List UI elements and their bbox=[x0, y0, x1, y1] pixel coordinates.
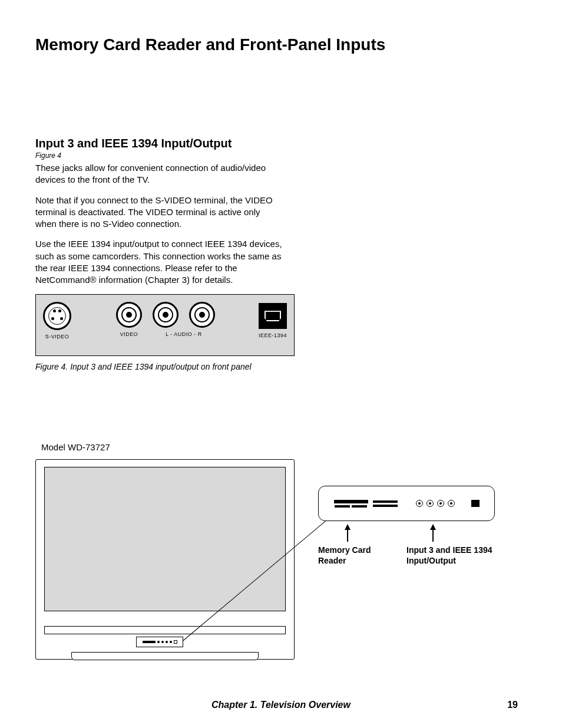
front-panel-closeup bbox=[318, 486, 495, 521]
audio-jacks: L - AUDIO - R bbox=[153, 302, 215, 337]
figure-caption: Figure 4. Input 3 and IEEE 1394 input/ou… bbox=[35, 362, 527, 371]
mini-svideo-icon bbox=[416, 500, 423, 507]
video-label: VIDEO bbox=[120, 331, 138, 337]
svideo-label: S-VIDEO bbox=[45, 334, 70, 340]
chapter-label: Chapter 1. Television Overview bbox=[211, 700, 351, 710]
svideo-jack: S-VIDEO bbox=[43, 302, 71, 340]
ieee1394-icon bbox=[259, 303, 287, 329]
arrow-memory-card bbox=[345, 524, 351, 542]
ieee1394-jack: IEEE-1394 bbox=[259, 302, 287, 338]
tv-screen bbox=[44, 467, 286, 611]
rca-video-icon bbox=[116, 302, 142, 328]
arrow-input3 bbox=[430, 524, 436, 542]
section-heading: Input 3 and IEEE 1394 Input/Output bbox=[35, 137, 527, 150]
page-footer: Chapter 1. Television Overview 19 bbox=[0, 700, 562, 710]
memory-card-slots-icon bbox=[334, 500, 368, 508]
tv-outline bbox=[35, 459, 295, 660]
front-panel-diagram: S-VIDEO VIDEO L - AUDIO - R IEEE-1394 bbox=[35, 294, 295, 356]
audio-label: L - AUDIO - R bbox=[166, 331, 202, 337]
paragraph-3: Use the IEEE 1394 input/output to connec… bbox=[35, 238, 283, 286]
figure-reference: Figure 4 bbox=[35, 151, 527, 160]
callout-input3-label: Input 3 and IEEE 1394 Input/Output bbox=[406, 545, 524, 566]
rca-audio-r-icon bbox=[189, 302, 215, 328]
tv-front-slot bbox=[136, 637, 183, 647]
tv-base bbox=[71, 652, 259, 660]
callout-memory-card-label: Memory Card Reader bbox=[318, 545, 389, 566]
ieee1394-label: IEEE-1394 bbox=[259, 332, 287, 338]
mini-jack-cluster bbox=[416, 500, 480, 507]
rca-audio-l-icon bbox=[153, 302, 178, 328]
tv-diagram-area: Memory Card Reader Input 3 and IEEE 1394… bbox=[35, 459, 530, 671]
mini-audio-r-icon bbox=[448, 500, 455, 507]
paragraph-2: Note that if you connect to the S-VIDEO … bbox=[35, 195, 283, 230]
paragraph-1: These jacks allow for convenient connect… bbox=[35, 162, 283, 186]
page-number: 19 bbox=[507, 700, 518, 710]
memory-card-slots-icon-2 bbox=[373, 500, 398, 507]
tv-speaker-bar bbox=[44, 626, 286, 634]
mini-audio-l-icon bbox=[437, 500, 444, 507]
svideo-icon bbox=[43, 302, 71, 330]
page-title: Memory Card Reader and Front-Panel Input… bbox=[35, 35, 527, 54]
mini-video-icon bbox=[427, 500, 434, 507]
video-jack: VIDEO bbox=[116, 302, 142, 337]
model-label: Model WD-73727 bbox=[41, 442, 527, 452]
mini-ieee-icon bbox=[471, 500, 480, 507]
